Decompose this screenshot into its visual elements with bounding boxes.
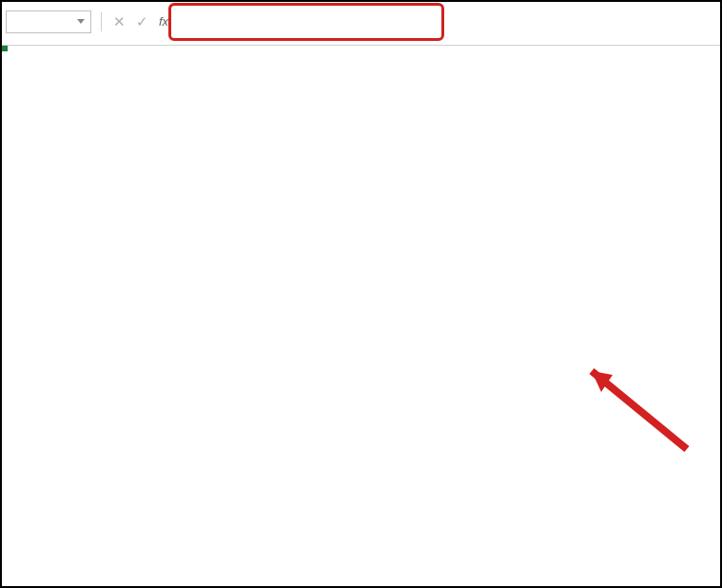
formula-highlight-box — [168, 3, 444, 41]
app-frame: ✕ ✓ fx — [0, 0, 722, 588]
fx-label[interactable]: fx — [159, 14, 168, 29]
formula-bar: ✕ ✓ fx — [2, 2, 720, 46]
chevron-down-icon — [77, 19, 85, 24]
name-box[interactable] — [6, 10, 91, 33]
svg-line-0 — [592, 371, 687, 449]
divider — [101, 12, 102, 31]
cancel-icon[interactable]: ✕ — [107, 10, 130, 33]
fill-handle[interactable] — [2, 46, 8, 51]
check-icon[interactable]: ✓ — [130, 10, 153, 33]
formula-input[interactable] — [172, 7, 712, 37]
annotation-arrow — [554, 354, 706, 468]
svg-marker-1 — [592, 371, 613, 392]
